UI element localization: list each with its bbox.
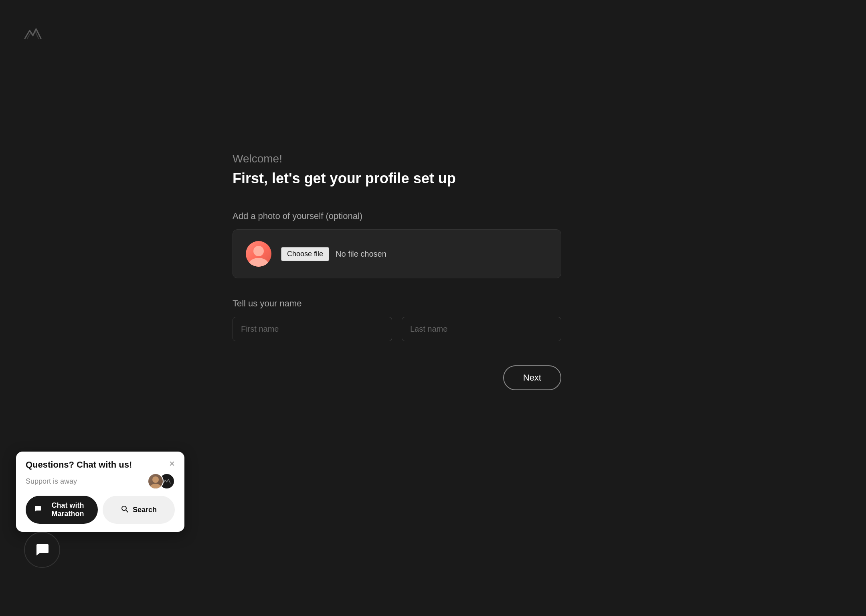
first-name-input[interactable]: [233, 317, 392, 341]
support-avatar-person: [148, 473, 164, 489]
logo-icon: [22, 22, 44, 47]
no-file-text: No file chosen: [336, 249, 386, 259]
chat-bubble-button[interactable]: [24, 532, 60, 568]
choose-file-button[interactable]: Choose file: [281, 247, 329, 261]
search-button-label: Search: [133, 506, 157, 514]
chat-icon: [34, 505, 42, 515]
chat-with-marathon-button[interactable]: Chat with Marathon: [26, 496, 98, 524]
welcome-label: Welcome!: [233, 152, 561, 165]
search-button[interactable]: Search: [103, 496, 175, 524]
page-title: First, let's get your profile set up: [233, 170, 561, 187]
next-btn-container: Next: [233, 365, 561, 390]
support-status-text: Support is away: [26, 477, 77, 486]
photo-section-label: Add a photo of yourself (optional): [233, 211, 561, 221]
chat-action-buttons: Chat with Marathon Search: [26, 496, 175, 524]
chat-widget-header: Questions? Chat with us! ×: [16, 452, 184, 470]
file-input-wrapper: Choose file No file chosen: [281, 247, 386, 261]
main-form-container: Welcome! First, let's get your profile s…: [233, 152, 561, 390]
close-icon[interactable]: ×: [169, 459, 175, 468]
file-upload-area: Choose file No file chosen: [233, 229, 561, 278]
chat-widget-body: Support is away: [16, 470, 184, 532]
next-button[interactable]: Next: [503, 365, 561, 390]
support-avatar-group: [148, 473, 175, 489]
chat-button-label: Chat with Marathon: [46, 501, 90, 518]
avatar-placeholder: [246, 241, 271, 267]
name-inputs-container: [233, 317, 561, 341]
support-status-row: Support is away: [26, 473, 175, 489]
search-icon: [121, 505, 129, 515]
svg-point-0: [122, 506, 126, 511]
chat-widget: Questions? Chat with us! × Support is aw…: [16, 452, 184, 532]
last-name-input[interactable]: [402, 317, 561, 341]
name-section-label: Tell us your name: [233, 298, 561, 309]
chat-widget-title: Questions? Chat with us!: [26, 460, 132, 470]
